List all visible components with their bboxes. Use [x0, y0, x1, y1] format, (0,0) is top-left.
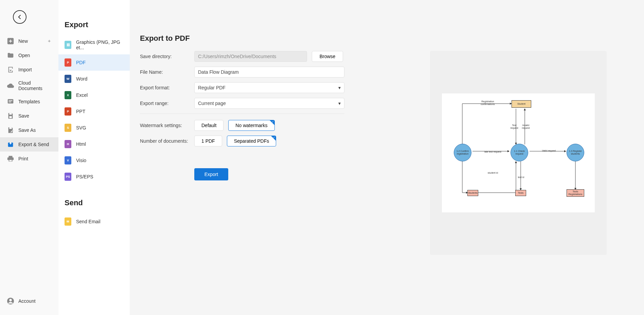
input-save-dir: C:/Users/rimzh/OneDrive/Documents — [194, 51, 307, 62]
html-file-icon: H — [65, 140, 71, 148]
edge-student-id: student id — [484, 172, 501, 174]
rail-label: Save — [18, 113, 29, 119]
label-num-docs: Number of documents: — [140, 138, 194, 144]
rail-label: Open — [18, 53, 30, 58]
fmt-svg[interactable]: SSVG — [58, 120, 130, 136]
svg-rect-17 — [9, 127, 12, 129]
fmt-word[interactable]: WWord — [58, 71, 130, 87]
pdf-file-icon: P — [65, 58, 71, 67]
select-value: Current page — [198, 101, 226, 106]
fmt-visio[interactable]: VVisio — [58, 152, 130, 169]
export-formats-panel: Export 🖼Graphics (PNG, JPG et... PPDF WW… — [58, 0, 130, 315]
rail-open[interactable]: Open — [0, 48, 58, 63]
label-save-dir: Save directory: — [140, 54, 194, 59]
rail-import[interactable]: Import — [0, 63, 58, 77]
label-watermark: Watermark settings: — [140, 123, 194, 128]
check-corner-icon — [271, 136, 276, 141]
fmt-html[interactable]: HHtml — [58, 136, 130, 152]
one-pdf-button[interactable]: 1 PDF — [194, 136, 222, 146]
label-export-format: Export format: — [140, 85, 194, 90]
node-register: 1.3 Register students — [567, 144, 584, 161]
ppt-file-icon: P — [65, 107, 71, 116]
rail-cloud[interactable]: Cloud Documents — [0, 77, 58, 94]
rail-account[interactable]: Account — [0, 294, 58, 308]
rail-print[interactable]: Print — [0, 152, 58, 166]
preview-panel: Student 1.2 Confirm registration 1.1 Che… — [430, 51, 607, 255]
svg-rect-14 — [9, 102, 11, 102]
fmt-label: PPT — [76, 109, 85, 114]
rail-new[interactable]: New＋ — [0, 34, 58, 48]
chevron-down-icon: ▾ — [338, 85, 341, 90]
fmt-label: PS/EPS — [76, 174, 93, 179]
input-file-name[interactable] — [194, 67, 344, 77]
edge-invalid-req: Invalid request — [521, 124, 531, 129]
node-tests: Tests — [515, 190, 526, 196]
select-value: Regular PDF — [198, 85, 226, 90]
rail-export-send[interactable]: Export & Send — [0, 137, 58, 152]
cloud-icon — [7, 82, 14, 89]
folder-icon — [7, 52, 14, 59]
fmt-ps[interactable]: PSPS/EPS — [58, 169, 130, 185]
rail-templates[interactable]: Templates — [0, 94, 58, 109]
fmt-label: SVG — [76, 125, 86, 130]
divider — [140, 113, 344, 114]
save-icon — [7, 112, 14, 120]
send-email[interactable]: ✉Send Email — [58, 213, 130, 230]
rail-save-as[interactable]: Save As — [0, 123, 58, 137]
fmt-label: PDF — [76, 60, 86, 65]
export-heading: Export — [58, 20, 130, 29]
edge-valid-req: Valid request — [539, 150, 559, 152]
fmt-ppt[interactable]: PPPT — [58, 103, 130, 120]
svg-rect-12 — [8, 99, 14, 104]
fmt-label: Graphics (PNG, JPG et... — [76, 39, 124, 50]
label-export-range: Export range: — [140, 101, 194, 106]
node-check: 1.1 Check request — [511, 144, 528, 161]
fmt-label: Visio — [76, 158, 86, 163]
separated-pdf-button[interactable]: Separated PDFs — [227, 136, 276, 146]
export-icon — [7, 141, 14, 148]
svg-rect-19 — [9, 160, 12, 161]
preview-canvas: Student 1.2 Confirm registration 1.1 Che… — [442, 93, 595, 212]
rail-label: Cloud Documents — [18, 80, 52, 91]
rail-label: Import — [18, 67, 32, 72]
mail-icon: ✉ — [65, 217, 71, 226]
check-corner-icon — [270, 120, 274, 125]
wm-none-button[interactable]: No watermarks — [228, 120, 274, 131]
fmt-graphics[interactable]: 🖼Graphics (PNG, JPG et... — [58, 35, 130, 54]
edge-reg-conf: Registration confirmations — [478, 100, 498, 105]
rail-label: Templates — [18, 99, 40, 104]
main-form-area: Export to PDF Save directory: C:/Users/r… — [130, 0, 644, 315]
back-button[interactable] — [13, 10, 26, 24]
plus-square-icon — [7, 37, 14, 45]
edge-test-req: Test request — [509, 124, 519, 129]
fmt-label: Word — [76, 76, 87, 82]
rail-save[interactable]: Save — [0, 109, 58, 123]
select-export-format[interactable]: Regular PDF▾ — [194, 82, 344, 93]
send-heading: Send — [58, 198, 130, 207]
node-students: Students — [467, 190, 478, 196]
seg-label: Separated PDFs — [234, 138, 269, 144]
svg-rect-15 — [9, 113, 12, 115]
fmt-label: Html — [76, 141, 86, 147]
label-file-name: File Name: — [140, 69, 194, 75]
fmt-excel[interactable]: XExcel — [58, 87, 130, 103]
rail-label: Save As — [18, 127, 36, 133]
browse-button[interactable]: Browse — [312, 51, 343, 62]
svg-point-21 — [9, 299, 12, 301]
print-icon — [7, 155, 14, 162]
seg-label: No watermarks — [235, 123, 267, 128]
select-export-range[interactable]: Current page▾ — [194, 98, 344, 109]
node-confirm: 1.2 Confirm registration — [454, 144, 471, 161]
svg-rect-16 — [9, 116, 12, 118]
node-tests-reg: Tests Registrations — [567, 189, 584, 197]
fmt-pdf[interactable]: PPDF — [58, 54, 130, 71]
fmt-label: Send Email — [76, 219, 101, 224]
rail-label: Export & Send — [18, 142, 49, 147]
import-icon — [7, 66, 14, 73]
page-title: Export to PDF — [140, 34, 630, 43]
wm-default-button[interactable]: Default — [194, 120, 223, 131]
ps-file-icon: PS — [65, 173, 71, 181]
export-button[interactable]: Export — [194, 168, 228, 180]
rail-label: Account — [18, 298, 36, 304]
plus-icon[interactable]: ＋ — [47, 38, 52, 44]
